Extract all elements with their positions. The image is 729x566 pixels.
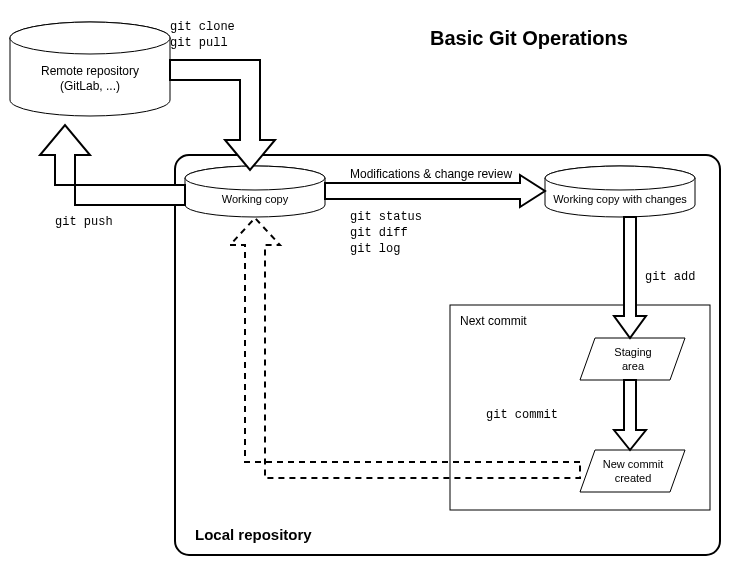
staging-area-label-1: Staging <box>614 346 651 358</box>
local-repository-label: Local repository <box>195 526 312 543</box>
working-copy-changes-label: Working copy with changes <box>553 193 687 205</box>
svg-marker-10 <box>170 60 275 170</box>
svg-marker-9 <box>580 450 685 492</box>
arrow-review-top: Modifications & change review <box>350 167 512 181</box>
remote-repository-label-2: (GitLab, ...) <box>60 79 120 93</box>
arrow-commit-label: git commit <box>486 408 558 422</box>
git-operations-diagram: Basic Git Operations Local repository Ne… <box>0 0 729 566</box>
arrow-clone-label-2: git pull <box>170 36 228 50</box>
staging-area-node: Staging area <box>580 338 685 380</box>
staging-area-label-2: area <box>622 360 645 372</box>
svg-marker-13 <box>614 217 646 338</box>
arrow-commit-to-working <box>230 218 580 478</box>
new-commit-label-2: created <box>615 472 652 484</box>
arrow-review-cmd2: git diff <box>350 226 408 240</box>
arrow-push-label: git push <box>55 215 113 229</box>
svg-point-7 <box>545 166 695 190</box>
new-commit-node: New commit created <box>580 450 685 492</box>
arrow-add-label: git add <box>645 270 695 284</box>
new-commit-label-1: New commit <box>603 458 664 470</box>
svg-marker-11 <box>40 125 185 205</box>
working-copy-changes-node: Working copy with changes <box>545 166 695 217</box>
arrow-staging-to-commit: git commit <box>486 380 646 450</box>
arrow-working-to-changes: Modifications & change review git status… <box>325 167 545 256</box>
arrow-changes-to-staging: git add <box>614 217 695 338</box>
svg-marker-8 <box>580 338 685 380</box>
remote-repository-label-1: Remote repository <box>41 64 139 78</box>
arrow-review-cmd3: git log <box>350 242 400 256</box>
remote-repository-node: Remote repository (GitLab, ...) <box>10 22 170 116</box>
working-copy-node: Working copy <box>185 166 325 217</box>
arrow-remote-to-working: git clone git pull <box>170 20 275 170</box>
diagram-title: Basic Git Operations <box>430 27 628 49</box>
svg-point-3 <box>10 22 170 54</box>
arrow-review-cmd1: git status <box>350 210 422 224</box>
working-copy-label: Working copy <box>222 193 289 205</box>
svg-point-5 <box>185 166 325 190</box>
svg-marker-14 <box>614 380 646 450</box>
arrow-clone-label-1: git clone <box>170 20 235 34</box>
svg-marker-15 <box>230 218 580 478</box>
arrow-working-to-remote: git push <box>40 125 185 229</box>
next-commit-label: Next commit <box>460 314 527 328</box>
